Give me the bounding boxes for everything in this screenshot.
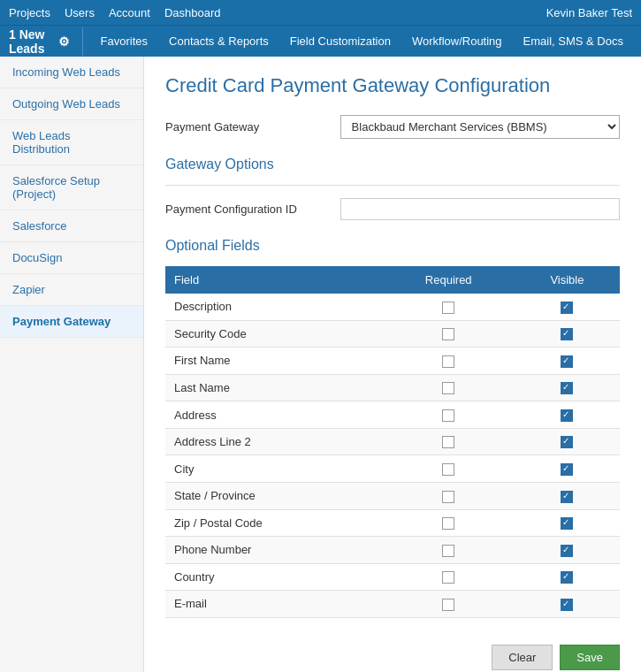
required-checkbox[interactable] xyxy=(442,355,454,368)
visible-cell[interactable] xyxy=(515,455,620,483)
visible-checkbox[interactable] xyxy=(561,436,573,448)
visible-checkbox[interactable] xyxy=(561,409,573,422)
visible-checkbox[interactable] xyxy=(561,302,573,314)
required-cell[interactable] xyxy=(383,509,515,537)
top-nav-projects[interactable]: Projects xyxy=(9,6,50,19)
field-name: E-mail xyxy=(165,591,383,618)
divider-1 xyxy=(165,185,620,186)
required-checkbox[interactable] xyxy=(442,302,454,314)
secondary-nav: 1 New Leads ⚙ Favorites Contacts & Repor… xyxy=(0,25,641,57)
required-cell[interactable] xyxy=(383,320,515,347)
table-row: E-mail xyxy=(165,591,620,618)
visible-cell[interactable] xyxy=(515,509,620,537)
visible-checkbox[interactable] xyxy=(561,355,573,368)
sidebar-item-incoming-web-leads[interactable]: Incoming Web Leads xyxy=(0,57,143,88)
sidebar-item-salesforce[interactable]: Salesforce xyxy=(0,210,143,242)
visible-checkbox[interactable] xyxy=(561,545,573,557)
field-name: Zip / Postal Code xyxy=(165,509,383,537)
visible-cell[interactable] xyxy=(515,401,620,429)
required-checkbox[interactable] xyxy=(442,491,454,503)
required-cell[interactable] xyxy=(383,563,515,591)
visible-cell[interactable] xyxy=(515,320,620,347)
required-cell[interactable] xyxy=(383,374,515,401)
top-nav-account[interactable]: Account xyxy=(109,6,150,19)
table-header-row: Field Required Visible xyxy=(165,266,620,294)
table-row: Address Line 2 xyxy=(165,428,620,455)
required-checkbox[interactable] xyxy=(442,328,454,340)
main-content: Credit Card Payment Gateway Configuratio… xyxy=(144,57,641,672)
top-bar: Projects Users Account Dashboard Kevin B… xyxy=(0,0,641,25)
required-cell[interactable] xyxy=(383,455,515,483)
required-checkbox[interactable] xyxy=(442,517,454,530)
required-cell[interactable] xyxy=(383,294,515,320)
required-checkbox[interactable] xyxy=(442,571,454,584)
visible-checkbox[interactable] xyxy=(561,328,573,340)
clear-button[interactable]: Clear xyxy=(492,645,553,670)
visible-checkbox[interactable] xyxy=(561,571,573,584)
visible-checkbox[interactable] xyxy=(561,599,573,611)
required-checkbox[interactable] xyxy=(442,382,454,394)
top-nav-users[interactable]: Users xyxy=(65,6,95,19)
sidebar-item-web-leads-distribution[interactable]: Web Leads Distribution xyxy=(0,120,143,165)
visible-checkbox[interactable] xyxy=(561,517,573,530)
field-name: City xyxy=(165,455,383,483)
field-name: Security Code xyxy=(165,320,383,347)
table-row: Address xyxy=(165,401,620,429)
bottom-buttons: Clear Save xyxy=(165,636,620,672)
top-nav-items: Projects Users Account Dashboard xyxy=(9,6,221,19)
visible-checkbox[interactable] xyxy=(561,463,573,476)
gateway-options-heading: Gateway Options xyxy=(165,157,620,172)
sidebar-item-salesforce-setup[interactable]: Salesforce Setup (Project) xyxy=(0,165,143,210)
save-button[interactable]: Save xyxy=(560,645,620,670)
payment-gateway-select[interactable]: Blackbaud Merchant Services (BBMS) xyxy=(340,115,620,139)
payment-gateway-row: Payment Gateway Blackbaud Merchant Servi… xyxy=(165,115,620,139)
visible-cell[interactable] xyxy=(515,482,620,509)
required-checkbox[interactable] xyxy=(442,409,454,422)
col-field: Field xyxy=(165,266,383,294)
visible-cell[interactable] xyxy=(515,563,620,591)
required-cell[interactable] xyxy=(383,428,515,455)
nav-workflow-routing[interactable]: Workflow/Routing xyxy=(403,29,511,53)
required-cell[interactable] xyxy=(383,482,515,509)
payment-config-input[interactable] xyxy=(340,198,620,220)
table-row: City xyxy=(165,455,620,483)
table-row: First Name xyxy=(165,347,620,375)
field-name: Last Name xyxy=(165,374,383,401)
optional-fields-table: Field Required Visible DescriptionSecuri… xyxy=(165,266,620,618)
nav-email-sms-docs[interactable]: Email, SMS & Docs xyxy=(515,29,632,53)
table-row: State / Province xyxy=(165,482,620,509)
visible-checkbox[interactable] xyxy=(561,382,573,394)
required-checkbox[interactable] xyxy=(442,463,454,476)
sidebar: Incoming Web Leads Outgoing Web Leads We… xyxy=(0,57,144,672)
visible-cell[interactable] xyxy=(515,537,620,564)
nav-favorites[interactable]: Favorites xyxy=(92,29,156,53)
sidebar-item-docusign[interactable]: DocuSign xyxy=(0,242,143,274)
nav-contacts-reports[interactable]: Contacts & Reports xyxy=(160,29,278,53)
required-cell[interactable] xyxy=(383,401,515,429)
top-nav-dashboard[interactable]: Dashboard xyxy=(164,6,221,19)
visible-cell[interactable] xyxy=(515,294,620,320)
visible-cell[interactable] xyxy=(515,591,620,618)
gear-icon[interactable]: ⚙ xyxy=(58,34,70,49)
table-row: Country xyxy=(165,563,620,591)
visible-cell[interactable] xyxy=(515,374,620,401)
field-name: Description xyxy=(165,294,383,320)
sidebar-item-payment-gateway[interactable]: Payment Gateway xyxy=(0,306,143,338)
sidebar-item-outgoing-web-leads[interactable]: Outgoing Web Leads xyxy=(0,88,143,120)
nav-field-customization[interactable]: Field Customization xyxy=(281,29,400,53)
payment-config-label: Payment Configuration ID xyxy=(165,202,340,216)
col-required: Required xyxy=(383,266,515,294)
required-checkbox[interactable] xyxy=(442,599,454,611)
visible-checkbox[interactable] xyxy=(561,491,573,503)
sidebar-item-zapier[interactable]: Zapier xyxy=(0,274,143,306)
required-cell[interactable] xyxy=(383,537,515,564)
visible-cell[interactable] xyxy=(515,428,620,455)
table-row: Description xyxy=(165,294,620,320)
required-cell[interactable] xyxy=(383,591,515,618)
required-cell[interactable] xyxy=(383,347,515,375)
new-leads-section: 1 New Leads ⚙ xyxy=(9,27,83,56)
required-checkbox[interactable] xyxy=(442,545,454,557)
visible-cell[interactable] xyxy=(515,347,620,375)
page-title: Credit Card Payment Gateway Configuratio… xyxy=(165,74,620,97)
required-checkbox[interactable] xyxy=(442,436,454,448)
